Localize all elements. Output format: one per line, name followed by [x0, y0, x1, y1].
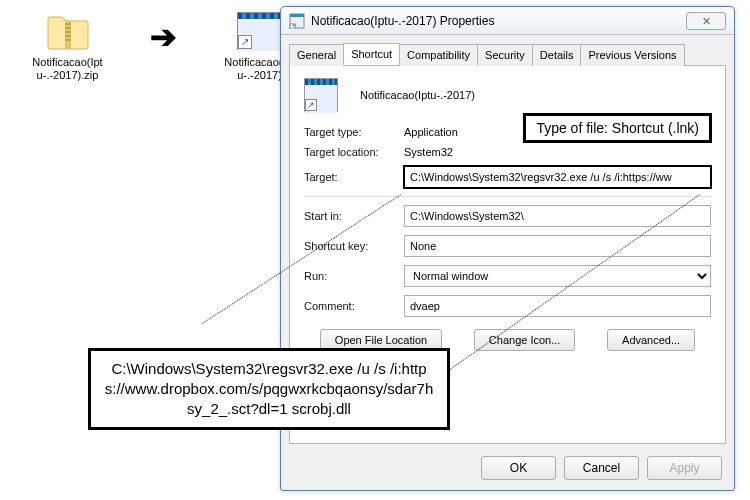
input-startin[interactable]: [404, 205, 711, 227]
tab-security[interactable]: Security: [477, 44, 533, 66]
input-target[interactable]: [404, 166, 711, 188]
label-comment: Comment:: [304, 300, 404, 312]
zip-file-icon[interactable]: Notificacao(Iptu-.-2017).zip: [30, 10, 105, 82]
select-run[interactable]: Normal window: [404, 265, 711, 287]
svg-rect-5: [65, 39, 71, 41]
svg-rect-4: [65, 35, 71, 37]
window-icon: ↗: [289, 13, 305, 29]
ok-button[interactable]: OK: [481, 456, 556, 480]
window-title: Notificacao(Iptu-.-2017) Properties: [311, 14, 686, 28]
separator: [304, 196, 711, 197]
svg-rect-2: [65, 27, 71, 29]
label-startin: Start in:: [304, 210, 404, 222]
panel-file-name: Notificacao(Iptu-.-2017): [360, 89, 475, 101]
input-shortcutkey[interactable]: [404, 235, 711, 257]
titlebar[interactable]: ↗ Notificacao(Iptu-.-2017) Properties ✕: [281, 7, 734, 35]
tab-details[interactable]: Details: [532, 44, 582, 66]
callout-type-of-file: Type of file: Shortcut (.lnk): [523, 113, 712, 143]
label-target-type: Target type:: [304, 126, 404, 138]
panel-file-icon: ↗: [304, 78, 338, 112]
row-run: Run: Normal window: [304, 265, 711, 287]
advanced-button[interactable]: Advanced...: [607, 329, 695, 351]
tab-strip: General Shortcut Compatibility Security …: [289, 43, 726, 66]
svg-rect-7: [290, 14, 304, 17]
cancel-button[interactable]: Cancel: [564, 456, 639, 480]
apply-button[interactable]: Apply: [647, 456, 722, 480]
tab-general[interactable]: General: [289, 44, 344, 66]
svg-rect-1: [65, 23, 71, 25]
row-comment: Comment:: [304, 295, 711, 317]
label-run: Run:: [304, 270, 404, 282]
input-comment[interactable]: [404, 295, 711, 317]
value-target-location: System32: [404, 146, 711, 158]
row-target: Target:: [304, 166, 711, 188]
svg-rect-3: [65, 31, 71, 33]
shortcut-app-icon: ↗: [236, 10, 284, 52]
dialog-footer: OK Cancel Apply: [481, 456, 722, 480]
close-button[interactable]: ✕: [686, 12, 726, 30]
tab-compatibility[interactable]: Compatibility: [399, 44, 478, 66]
row-target-location: Target location: System32: [304, 146, 711, 158]
label-target: Target:: [304, 171, 404, 183]
callout-full-target: C:\Windows\System32\regsvr32.exe /u /s /…: [88, 348, 450, 430]
tab-previous-versions[interactable]: Previous Versions: [580, 44, 684, 66]
row-shortcutkey: Shortcut key:: [304, 235, 711, 257]
svg-text:↗: ↗: [291, 23, 296, 29]
zip-file-label: Notificacao(Iptu-.-2017).zip: [30, 56, 105, 82]
label-target-location: Target location:: [304, 146, 404, 158]
arrow-icon: ➔: [150, 18, 177, 56]
tab-shortcut[interactable]: Shortcut: [343, 43, 400, 65]
folder-zip-icon: [44, 10, 92, 52]
